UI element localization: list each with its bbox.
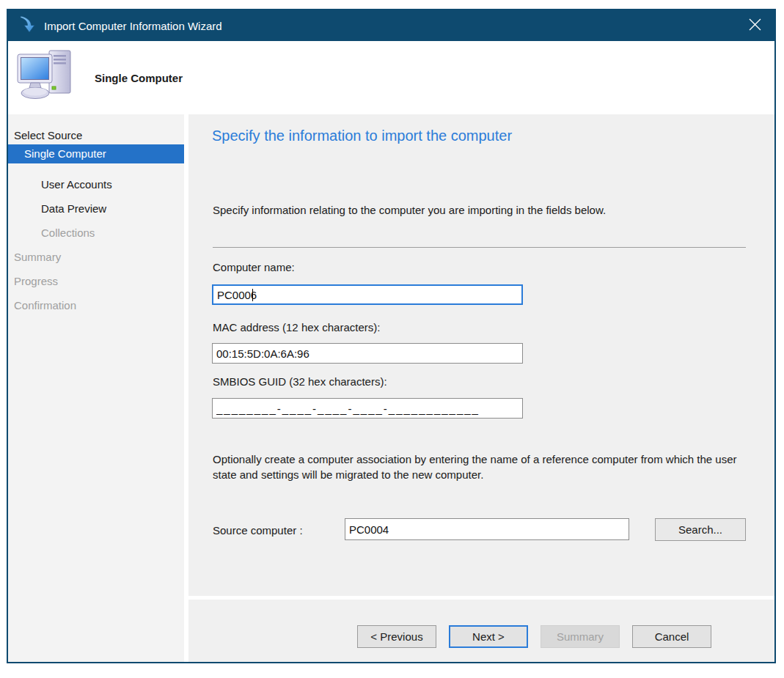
close-button[interactable] xyxy=(742,14,767,37)
page-title: Single Computer xyxy=(95,72,183,84)
wizard-header: Single Computer xyxy=(8,41,774,114)
content-intro-text: Specify information relating to the comp… xyxy=(213,204,606,216)
text-caret xyxy=(252,289,253,301)
sidebar-item-data-preview[interactable]: Data Preview xyxy=(41,202,106,216)
sidebar-item-collections: Collections xyxy=(41,226,95,240)
wizard-step-sidebar: Select Source Single Computer User Accou… xyxy=(8,114,184,662)
import-computer-wizard-dialog: Import Computer Information Wizard xyxy=(7,9,776,663)
association-note: Optionally create a computer association… xyxy=(213,452,739,482)
mac-address-input[interactable] xyxy=(212,343,523,364)
close-icon xyxy=(749,18,761,34)
source-computer-label: Source computer : xyxy=(213,524,303,537)
wizard-footer: < Previous Next > Summary Cancel xyxy=(188,600,774,662)
sidebar-item-select-source[interactable]: Select Source xyxy=(14,128,82,143)
content-heading: Specify the information to import the co… xyxy=(212,128,512,144)
summary-button: Summary xyxy=(541,625,620,648)
mac-address-label: MAC address (12 hex characters): xyxy=(213,321,380,334)
window-title: Import Computer Information Wizard xyxy=(44,20,222,32)
desktop-background: Import Computer Information Wizard xyxy=(0,0,784,678)
previous-button[interactable]: < Previous xyxy=(357,625,436,648)
computer-name-input[interactable] xyxy=(212,284,523,305)
wizard-body: Select Source Single Computer User Accou… xyxy=(8,114,774,662)
sidebar-item-user-accounts[interactable]: User Accounts xyxy=(41,177,112,192)
section-separator xyxy=(213,247,746,248)
computer-name-label: Computer name: xyxy=(213,261,295,273)
search-button[interactable]: Search... xyxy=(655,518,746,541)
wizard-content-pane: Specify the information to import the co… xyxy=(188,114,774,596)
computer-icon xyxy=(16,48,76,108)
titlebar: Import Computer Information Wizard xyxy=(8,10,774,41)
sidebar-item-single-computer[interactable]: Single Computer xyxy=(8,144,184,163)
wizard-arrow-icon xyxy=(19,15,36,37)
sidebar-item-summary: Summary xyxy=(14,250,61,265)
smbios-guid-label: SMBIOS GUID (32 hex characters): xyxy=(213,375,387,388)
smbios-guid-input[interactable] xyxy=(212,398,523,419)
sidebar-item-confirmation: Confirmation xyxy=(14,298,76,313)
source-computer-input[interactable] xyxy=(345,518,629,540)
cancel-button[interactable]: Cancel xyxy=(632,625,711,648)
next-button[interactable]: Next > xyxy=(449,625,528,648)
sidebar-item-progress: Progress xyxy=(14,274,58,289)
